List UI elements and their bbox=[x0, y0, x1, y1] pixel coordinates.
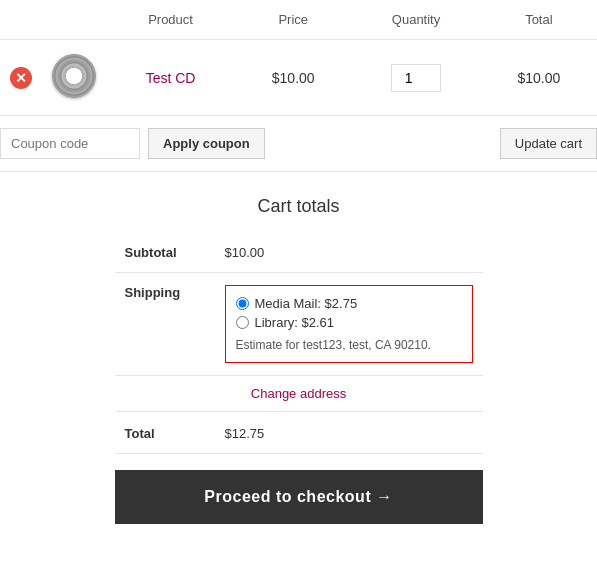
shipping-row: Shipping Media Mail: $2.75 Library: $2.6… bbox=[115, 273, 483, 376]
product-total: $10.00 bbox=[517, 70, 560, 86]
subtotal-row: Subtotal $10.00 bbox=[115, 233, 483, 273]
change-address-link[interactable]: Change address bbox=[115, 376, 483, 411]
shipping-label: Shipping bbox=[115, 273, 215, 376]
product-price: $10.00 bbox=[272, 70, 315, 86]
shipping-option-library: Library: $2.61 bbox=[236, 315, 462, 330]
total-label: Total bbox=[115, 412, 215, 454]
product-image bbox=[52, 54, 96, 98]
update-cart-button[interactable]: Update cart bbox=[500, 128, 597, 159]
totals-table: Subtotal $10.00 Shipping Media Mail: $2.… bbox=[115, 233, 483, 454]
col-quantity-header: Quantity bbox=[351, 0, 480, 40]
cart-totals-title: Cart totals bbox=[115, 196, 483, 217]
subtotal-label: Subtotal bbox=[115, 233, 215, 273]
col-remove-header bbox=[0, 0, 42, 40]
shipping-option-media-label: Media Mail: $2.75 bbox=[255, 296, 358, 311]
shipping-estimate: Estimate for test123, test, CA 90210. bbox=[236, 338, 462, 352]
total-value: $12.75 bbox=[215, 412, 483, 454]
coupon-left: Apply coupon bbox=[0, 128, 265, 159]
coupon-row: Apply coupon Update cart bbox=[0, 116, 597, 172]
col-product-header: Product bbox=[106, 0, 235, 40]
checkout-button[interactable]: Proceed to checkout → bbox=[115, 470, 483, 524]
col-total-header: Total bbox=[481, 0, 597, 40]
apply-coupon-button[interactable]: Apply coupon bbox=[148, 128, 265, 159]
total-row: Total $12.75 bbox=[115, 412, 483, 454]
remove-item-button[interactable]: ✕ bbox=[10, 67, 32, 89]
shipping-value: Media Mail: $2.75 Library: $2.61 Estimat… bbox=[215, 273, 483, 376]
shipping-option-library-label: Library: $2.61 bbox=[255, 315, 335, 330]
quantity-input[interactable] bbox=[391, 64, 441, 92]
subtotal-value: $10.00 bbox=[215, 233, 483, 273]
table-row: ✕ Test CD $10.00 $10.00 bbox=[0, 40, 597, 116]
cart-table: Product Price Quantity Total ✕ Test CD $… bbox=[0, 0, 597, 116]
coupon-input[interactable] bbox=[0, 128, 140, 159]
shipping-radio-library[interactable] bbox=[236, 316, 249, 329]
checkout-button-wrap: Proceed to checkout → bbox=[99, 470, 499, 524]
col-image-header bbox=[42, 0, 106, 40]
change-address-row: Change address bbox=[115, 376, 483, 412]
shipping-radio-media[interactable] bbox=[236, 297, 249, 310]
shipping-option-media: Media Mail: $2.75 bbox=[236, 296, 462, 311]
shipping-box: Media Mail: $2.75 Library: $2.61 Estimat… bbox=[225, 285, 473, 363]
product-link[interactable]: Test CD bbox=[146, 70, 196, 86]
cart-totals-section: Cart totals Subtotal $10.00 Shipping Med… bbox=[99, 196, 499, 454]
col-price-header: Price bbox=[235, 0, 351, 40]
